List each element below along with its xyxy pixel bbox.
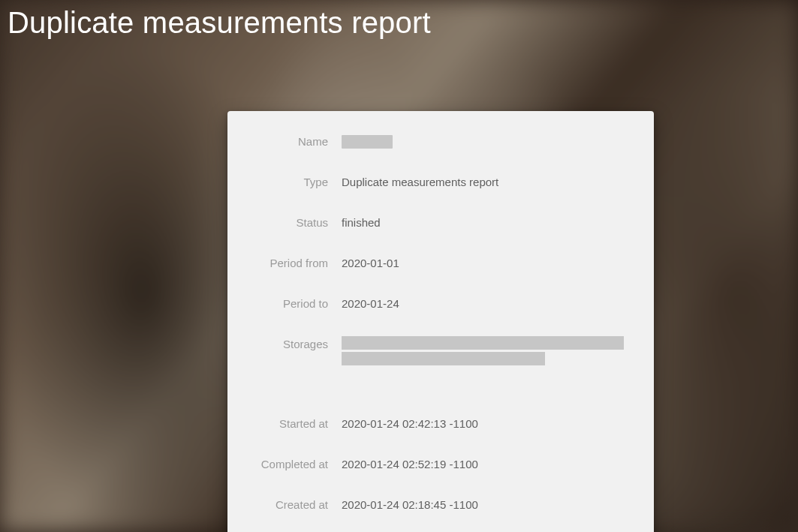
row-created-at: Created at 2020-01-24 02:18:45 -1100	[244, 492, 624, 515]
page-title: Duplicate measurements report	[0, 0, 798, 40]
row-status: Status finished	[244, 210, 624, 251]
value-period-to: 2020-01-24	[342, 296, 624, 310]
row-completed-at: Completed at 2020-01-24 02:52:19 -1100	[244, 452, 624, 492]
label-period-from: Period from	[244, 255, 342, 269]
value-name	[342, 134, 624, 149]
row-type: Type Duplicate measurements report	[244, 170, 624, 210]
row-name: Name	[244, 129, 624, 170]
label-status: Status	[244, 215, 342, 229]
report-detail-card: Name Type Duplicate measurements report …	[227, 111, 654, 532]
label-storages: Storages	[244, 336, 342, 350]
label-period-to: Period to	[244, 296, 342, 310]
label-started-at: Started at	[244, 416, 342, 430]
row-period-from: Period from 2020-01-01	[244, 251, 624, 291]
label-created-at: Created at	[244, 497, 342, 511]
redacted-name	[342, 135, 393, 149]
value-status: finished	[342, 215, 624, 229]
row-period-to: Period to 2020-01-24	[244, 291, 624, 332]
value-created-at: 2020-01-24 02:18:45 -1100	[342, 497, 624, 511]
redacted-storages-line1	[342, 336, 624, 350]
value-period-from: 2020-01-01	[342, 255, 624, 269]
value-type: Duplicate measurements report	[342, 174, 624, 188]
redacted-storages-line2	[342, 352, 545, 365]
value-started-at: 2020-01-24 02:42:13 -1100	[342, 416, 624, 430]
row-started-at: Started at 2020-01-24 02:42:13 -1100	[244, 411, 624, 452]
label-completed-at: Completed at	[244, 456, 342, 470]
value-storages	[342, 336, 624, 365]
row-storages: Storages	[244, 332, 624, 390]
label-name: Name	[244, 134, 342, 148]
label-type: Type	[244, 174, 342, 188]
value-completed-at: 2020-01-24 02:52:19 -1100	[342, 456, 624, 470]
